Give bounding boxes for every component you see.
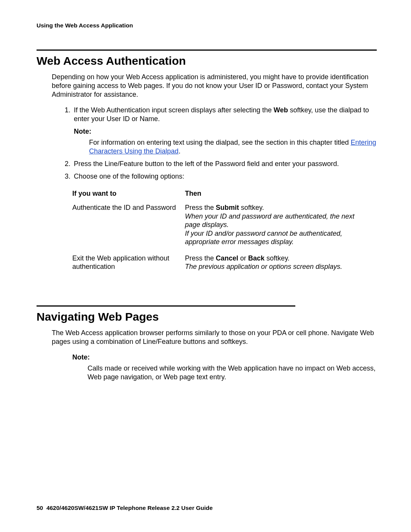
step-2: Press the Line/Feature button to the lef… [72,160,377,168]
note-label-1: Note: [74,127,377,136]
r2c2-bold-cancel: Cancel [216,254,238,262]
r1c2-a: Press the [185,204,216,211]
table-header-if: If you want to [72,189,185,203]
table-row: Exit the Web application without authent… [72,254,362,279]
table-header-then: Then [185,189,362,203]
table-r1-c1: Authenticate the ID and Password [72,203,185,254]
table-r1-c2: Press the Submit softkey. When your ID a… [185,203,362,254]
section1-intro: Depending on how your Web Access applica… [52,73,377,99]
step-1: If the Web Authentication input screen d… [72,106,377,156]
r2c2-b: softkey. [264,254,290,262]
page-number: 50 [37,505,43,511]
table-r2-c2: Press the Cancel or Back softkey. The pr… [185,254,362,279]
section2-intro: The Web Access application browser perfo… [52,329,377,346]
section-title-web-access-auth: Web Access Authentication [37,54,377,67]
r2c2-bold-back: Back [248,254,264,262]
r2c2-mid: or [238,254,248,262]
step1-bold-web: Web [274,106,288,114]
table-row: Authenticate the ID and Password Press t… [72,203,362,254]
options-table: If you want to Then Authenticate the ID … [72,189,362,279]
r1c2-italic-1: When your ID and password are authentica… [185,212,354,229]
section-rule-2 [37,305,295,307]
note-body-2: Calls made or received while working wit… [88,364,377,382]
r2c2-a: Press the [185,254,216,262]
note1-text-b: . [178,147,180,155]
r1c2-bold-submit: Submit [216,204,239,211]
step-3: Choose one of the following options: [72,172,377,181]
table-header-row: If you want to Then [72,189,362,203]
section-title-navigating: Navigating Web Pages [37,310,377,323]
note-body-1: For information on entering text using t… [89,138,377,156]
page-footer: 50 4620/4620SW/4621SW IP Telephone Relea… [37,505,213,511]
table-r2-c1: Exit the Web application without authent… [72,254,185,279]
r2c2-italic: The previous application or options scre… [185,263,342,270]
r1c2-italic-2: If your ID and/or password cannot be aut… [185,230,342,246]
r1c2-b: softkey. [239,204,264,211]
note1-text-a: For information on entering text using t… [89,139,350,146]
footer-text: 4620/4620SW/4621SW IP Telephone Release … [46,505,213,511]
note-label-2: Note: [72,353,377,362]
running-header: Using the Web Access Application [37,22,377,29]
section-rule [37,50,377,51]
step1-text-a: If the Web Authentication input screen d… [74,106,274,114]
steps-list: If the Web Authentication input screen d… [52,106,377,181]
